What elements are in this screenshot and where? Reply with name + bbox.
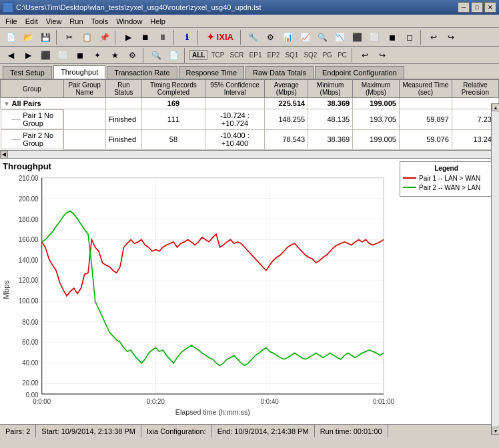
pg-label[interactable]: PG: [320, 51, 334, 59]
svg-text:0:01:00: 0:01:00: [373, 397, 394, 405]
col-header-pair-group-name: Pair Group Name: [63, 80, 105, 98]
tb2-btn-i[interactable]: 🔍: [148, 48, 164, 63]
tb-btn-a[interactable]: 🔧: [245, 30, 262, 45]
tb2-btn-k[interactable]: ↩: [357, 48, 373, 63]
cell-min-pair1: 48.135: [308, 109, 353, 130]
col-header-group: Group: [1, 80, 64, 98]
ep1-label[interactable]: EP1: [247, 51, 264, 59]
tab-response-time[interactable]: Response Time: [179, 66, 244, 79]
ep2-label[interactable]: EP2: [265, 51, 282, 59]
minimize-button[interactable]: ─: [458, 2, 470, 13]
tb-btn-b[interactable]: ⚙: [263, 30, 279, 45]
svg-text:100.00: 100.00: [19, 297, 39, 305]
cell-max-pair1: 193.705: [353, 109, 400, 130]
svg-text:20.00: 20.00: [22, 379, 38, 386]
open-button[interactable]: 📂: [20, 30, 36, 45]
menu-edit[interactable]: Edit: [21, 16, 42, 27]
legend-item-pair2: Pair 2 -- WAN > LAN: [403, 184, 490, 191]
tab-test-setup[interactable]: Test Setup: [3, 66, 52, 79]
chart-scrollbar-v[interactable]: ▲ ▼: [491, 159, 499, 425]
tb2-btn-g[interactable]: ★: [107, 48, 123, 63]
table-scrollbar-h[interactable]: ◀ ▶: [0, 151, 499, 159]
legend-label-pair1: Pair 1 -- LAN > WAN: [419, 175, 480, 182]
info-button[interactable]: ℹ: [179, 30, 195, 45]
tb2-btn-a[interactable]: ◀: [3, 48, 19, 63]
table-row[interactable]: ── Pair 2 No Group Finished 58 -10.400 :…: [1, 129, 499, 149]
scroll-track-v: [492, 159, 499, 425]
tb2-btn-d[interactable]: ⬜: [55, 48, 71, 63]
cut-button[interactable]: ✂: [61, 30, 77, 45]
legend-label-pair2: Pair 2 -- WAN > LAN: [419, 184, 480, 191]
tcp-label[interactable]: TCP: [209, 51, 226, 59]
svg-text:40.00: 40.00: [22, 359, 38, 366]
table-row[interactable]: ▼ All Pairs 169 225.514 38.369 199.005: [1, 98, 499, 109]
menu-view[interactable]: View: [42, 16, 66, 27]
scroll-left-btn[interactable]: ◀: [0, 151, 8, 159]
tb-btn-l[interactable]: ↪: [443, 30, 459, 45]
tb-btn-g[interactable]: ⬛: [350, 30, 366, 45]
run-button[interactable]: ▶: [120, 30, 136, 45]
col-header-run-status: Run Status: [105, 80, 142, 98]
tb-btn-d[interactable]: 📈: [298, 30, 314, 45]
status-pairs: Pairs: 2: [0, 425, 36, 437]
cell-confidence-pair2: -10.400 : +10.400: [205, 129, 265, 149]
scroll-track-h: [8, 151, 491, 158]
svg-text:120.00: 120.00: [19, 276, 39, 283]
tab-transaction-rate[interactable]: Transaction Rate: [107, 66, 177, 79]
col-header-average: Average (Mbps): [265, 80, 308, 98]
tb-btn-i[interactable]: ◼: [384, 30, 400, 45]
cell-timing: 169: [142, 98, 205, 109]
chart-wrapper: 210.00 200.00 180.00 160.00 140.00 120.0…: [3, 174, 394, 421]
stop-button[interactable]: ⏹: [137, 30, 153, 45]
new-button[interactable]: 📄: [3, 30, 19, 45]
menu-help[interactable]: Help: [146, 16, 169, 27]
tb2-btn-h[interactable]: ⚙: [124, 48, 140, 63]
pc-label[interactable]: PC: [336, 51, 349, 59]
tb-btn-e[interactable]: 🔍: [315, 30, 331, 45]
tb2-btn-l[interactable]: ↪: [374, 48, 390, 63]
table-row[interactable]: ── Pair 1 No Group Finished 111 -10.724 …: [1, 109, 499, 130]
paste-button[interactable]: 📌: [96, 30, 112, 45]
title-bar: C:\Users\Tim\Desktop\wlan_tests\zyxel_us…: [0, 0, 499, 15]
save-button[interactable]: 💾: [37, 30, 53, 45]
status-ixia-config: Ixia Configuration:: [141, 425, 212, 437]
tab-raw-data-totals[interactable]: Raw Data Totals: [245, 66, 314, 79]
tabs-bar: Test Setup Throughput Transaction Rate R…: [0, 64, 499, 79]
menu-run[interactable]: Run: [65, 16, 87, 27]
tb2-btn-e[interactable]: ◼: [72, 48, 88, 63]
tab-throughput[interactable]: Throughput: [53, 65, 105, 79]
status-run-time: Run time: 00:01:00: [315, 425, 388, 437]
tb2-btn-j[interactable]: 📄: [165, 48, 181, 63]
tb-btn-f[interactable]: 📉: [332, 30, 348, 45]
close-button[interactable]: ✕: [484, 2, 496, 13]
cell-timing-pair2: 58: [142, 129, 205, 149]
status-bar: Pairs: 2 Start: 10/9/2014, 2:13:38 PM Ix…: [0, 424, 499, 437]
tb2-btn-c[interactable]: ⬛: [37, 48, 53, 63]
all-filter-btn[interactable]: ALL: [189, 50, 207, 60]
menu-tools[interactable]: Tools: [87, 16, 113, 27]
tb2-btn-f[interactable]: ✦: [89, 48, 105, 63]
tb-btn-j[interactable]: ◻: [402, 30, 418, 45]
pause-button[interactable]: ⏸: [155, 30, 171, 45]
menu-window[interactable]: Window: [112, 16, 146, 27]
tb-btn-k[interactable]: ↩: [426, 30, 442, 45]
scr-label[interactable]: SCR: [227, 51, 245, 59]
svg-text:0:0:00: 0:0:00: [33, 397, 51, 405]
menu-file[interactable]: File: [1, 16, 21, 27]
maximize-button[interactable]: □: [471, 2, 483, 13]
tb-btn-c[interactable]: 📊: [280, 30, 296, 45]
sq2-label[interactable]: SQ2: [302, 51, 319, 59]
data-table-area: Group Pair Group Name Run Status Timing …: [0, 79, 499, 151]
tb2-btn-b[interactable]: ▶: [20, 48, 36, 63]
svg-text:180.00: 180.00: [19, 215, 39, 223]
sq1-label[interactable]: SQ1: [283, 51, 300, 59]
svg-text:80.00: 80.00: [22, 318, 38, 325]
tb-btn-h[interactable]: ⬜: [367, 30, 383, 45]
tab-endpoint-configuration[interactable]: Endpoint Configuration: [315, 66, 404, 79]
copy-button[interactable]: 📋: [79, 30, 95, 45]
svg-rect-0: [42, 177, 384, 393]
legend-color-pair2: [403, 187, 416, 188]
toolbar-2: ◀ ▶ ⬛ ⬜ ◼ ✦ ★ ⚙ 🔍 📄 ALL TCP SCR EP1 EP2 …: [0, 47, 499, 64]
cell-confidence: [205, 98, 265, 109]
svg-text:Elapsed time (h:mm:ss): Elapsed time (h:mm:ss): [175, 407, 250, 415]
